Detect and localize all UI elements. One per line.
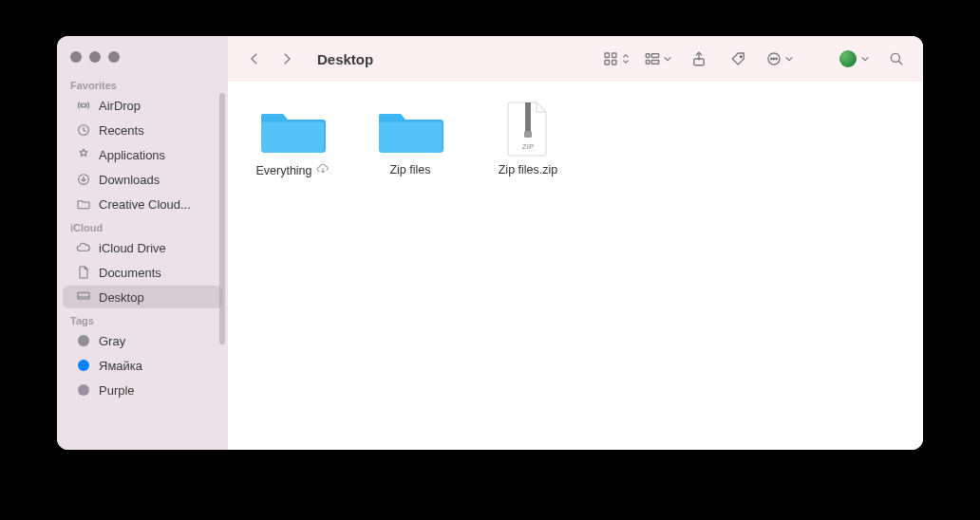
sidebar-section-title: iCloud <box>57 216 228 235</box>
svg-rect-24 <box>524 131 532 138</box>
svg-line-20 <box>898 61 902 65</box>
svg-rect-3 <box>78 292 89 299</box>
svg-point-14 <box>740 56 742 58</box>
tags-button[interactable] <box>726 46 752 72</box>
svg-text:ZIP: ZIP <box>522 142 534 151</box>
document-icon <box>76 265 91 280</box>
tag-icon <box>76 382 91 398</box>
profile-button[interactable] <box>839 46 870 72</box>
svg-rect-6 <box>612 53 617 58</box>
sidebar-item-recents[interactable]: Recents <box>63 119 222 141</box>
action-menu-button[interactable] <box>765 46 794 72</box>
toolbar: Desktop <box>228 36 923 82</box>
svg-rect-7 <box>605 61 610 65</box>
folder-icon <box>373 101 447 158</box>
sidebar-item-desktop[interactable]: Desktop <box>63 286 222 308</box>
sidebar-section-title: Tags <box>57 309 228 328</box>
sidebar-item-creative-cloud-[interactable]: Creative Cloud... <box>63 193 222 215</box>
view-options-button[interactable] <box>602 46 631 72</box>
minimize-dot[interactable] <box>89 51 101 63</box>
svg-rect-23 <box>525 102 531 134</box>
main-area: Desktop <box>228 36 923 450</box>
svg-point-17 <box>773 58 775 60</box>
sidebar-item-label: Applications <box>99 148 165 162</box>
file-label: Zip files.zip <box>499 163 558 176</box>
file-item[interactable]: ZIP Zip files.zip <box>481 101 575 176</box>
back-button[interactable] <box>241 46 268 72</box>
icloud-icon <box>76 240 91 255</box>
close-dot[interactable] <box>70 51 82 63</box>
window-controls <box>57 46 228 74</box>
sidebar-item-label: Gray <box>99 334 125 348</box>
sidebar-item-label: Ямайка <box>99 359 142 373</box>
sidebar-scrollbar[interactable] <box>219 93 225 344</box>
svg-point-16 <box>771 58 773 60</box>
file-label: Zip files <box>389 163 430 176</box>
sidebar-item-label: Downloads <box>99 173 160 187</box>
share-button[interactable] <box>686 46 712 72</box>
sidebar-section-title: Favorites <box>57 74 228 93</box>
zip-file-icon: ZIP <box>491 101 565 158</box>
sidebar-item-label: Recents <box>99 123 144 138</box>
recents-icon <box>76 122 91 138</box>
sidebar-item-ямайка[interactable]: Ямайка <box>63 354 222 377</box>
sidebar-item-label: AirDrop <box>99 99 141 113</box>
sidebar-item-downloads[interactable]: Downloads <box>63 168 222 191</box>
profile-avatar <box>839 50 857 67</box>
svg-rect-9 <box>646 54 650 58</box>
file-label: Everything <box>255 163 329 177</box>
sidebar-item-gray[interactable]: Gray <box>63 329 222 352</box>
file-item[interactable]: Everything <box>245 101 340 177</box>
search-button[interactable] <box>883 46 910 72</box>
finder-window: FavoritesAirDropRecentsApplicationsDownl… <box>57 36 923 450</box>
sidebar-item-label: Purple <box>99 383 135 398</box>
sidebar-item-purple[interactable]: Purple <box>63 379 222 401</box>
svg-rect-5 <box>605 53 610 58</box>
svg-point-0 <box>82 103 85 107</box>
window-title: Desktop <box>317 51 373 67</box>
cloud-download-icon <box>316 163 330 177</box>
content-area[interactable]: Everything Zip files ZIP Zip files.zip <box>228 82 923 450</box>
airdrop-icon <box>76 98 91 113</box>
sidebar-item-applications[interactable]: Applications <box>63 143 222 166</box>
sidebar-item-airdrop[interactable]: AirDrop <box>63 94 222 117</box>
sidebar-item-label: Desktop <box>99 290 144 305</box>
tag-icon <box>76 333 91 348</box>
sidebar: FavoritesAirDropRecentsApplicationsDownl… <box>57 36 228 450</box>
group-button[interactable] <box>644 46 672 72</box>
folder-icon <box>255 101 330 158</box>
svg-point-19 <box>891 53 899 62</box>
folder-icon <box>76 196 91 212</box>
tag-icon <box>76 358 91 373</box>
nav-buttons <box>241 46 300 72</box>
svg-rect-8 <box>612 61 617 65</box>
downloads-icon <box>76 172 91 187</box>
svg-rect-12 <box>651 61 659 65</box>
sidebar-item-label: Documents <box>99 266 161 280</box>
file-item[interactable]: Zip files <box>363 101 458 176</box>
zoom-dot[interactable] <box>108 51 120 63</box>
sidebar-item-label: Creative Cloud... <box>99 197 191 212</box>
sidebar-item-documents[interactable]: Documents <box>63 261 222 284</box>
svg-rect-11 <box>651 54 659 58</box>
sidebar-item-label: iCloud Drive <box>99 241 166 255</box>
desktop-icon <box>76 289 91 305</box>
svg-rect-10 <box>646 61 650 65</box>
sidebar-item-icloud-drive[interactable]: iCloud Drive <box>63 236 222 259</box>
forward-button[interactable] <box>273 46 300 72</box>
svg-point-18 <box>776 58 778 60</box>
toolbar-right <box>602 46 910 72</box>
applications-icon <box>76 147 91 162</box>
